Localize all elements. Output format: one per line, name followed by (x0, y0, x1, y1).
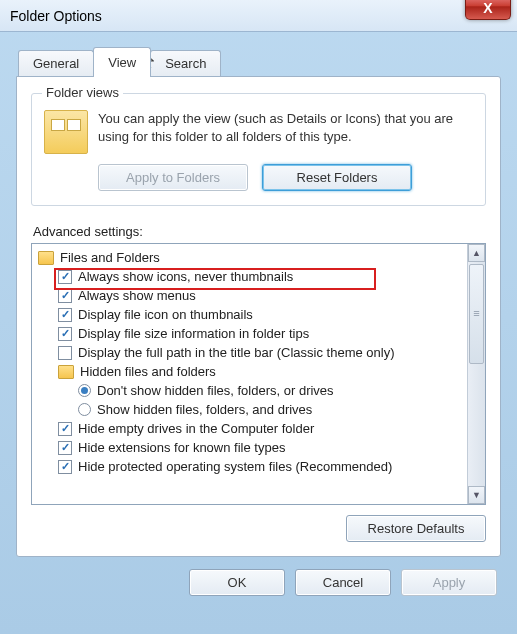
tree-label: Hidden files and folders (80, 364, 216, 379)
checkbox-icon[interactable] (58, 308, 72, 322)
tree-root-files-folders[interactable]: Files and Folders (38, 248, 465, 267)
checkbox-icon[interactable] (58, 327, 72, 341)
checkbox-icon[interactable] (58, 346, 72, 360)
folder-views-group: Folder views You can apply the view (suc… (31, 93, 486, 206)
opt-label: Don't show hidden files, folders, or dri… (97, 383, 334, 398)
advanced-settings-label: Advanced settings: (33, 224, 486, 239)
folder-views-text: You can apply the view (such as Details … (98, 110, 473, 154)
opt-label: Always show menus (78, 288, 196, 303)
opt-dont-show-hidden[interactable]: Don't show hidden files, folders, or dri… (38, 381, 465, 400)
opt-display-file-size-tips[interactable]: Display file size information in folder … (38, 324, 465, 343)
close-button[interactable]: X (465, 0, 511, 20)
window-title: Folder Options (10, 8, 102, 24)
reset-folders-button[interactable]: Reset Folders (262, 164, 412, 191)
opt-label: Display file size information in folder … (78, 326, 309, 341)
folder-icon (58, 365, 74, 379)
list-content: Files and Folders Always show icons, nev… (32, 244, 467, 504)
scrollbar[interactable] (467, 244, 485, 504)
restore-defaults-button[interactable]: Restore Defaults (346, 515, 486, 542)
checkbox-icon[interactable] (58, 289, 72, 303)
opt-label: Hide empty drives in the Computer folder (78, 421, 314, 436)
folder-views-icon (44, 110, 88, 154)
radio-icon[interactable] (78, 384, 91, 397)
opt-label: Hide protected operating system files (R… (78, 459, 392, 474)
opt-label: Display file icon on thumbnails (78, 307, 253, 322)
tab-strip: General View Search (18, 46, 517, 76)
opt-show-hidden[interactable]: Show hidden files, folders, and drives (38, 400, 465, 419)
tree-hidden-files-folders[interactable]: Hidden files and folders (38, 362, 465, 381)
opt-hide-protected-os-files[interactable]: Hide protected operating system files (R… (38, 457, 465, 476)
apply-button[interactable]: Apply (401, 569, 497, 596)
checkbox-icon[interactable] (58, 270, 72, 284)
apply-to-folders-button[interactable]: Apply to Folders (98, 164, 248, 191)
opt-label: Always show icons, never thumbnails (78, 269, 293, 284)
scroll-up-button[interactable] (468, 244, 485, 262)
advanced-settings-list[interactable]: Files and Folders Always show icons, nev… (31, 243, 486, 505)
folder-views-label: Folder views (42, 85, 123, 100)
checkbox-icon[interactable] (58, 460, 72, 474)
tab-view[interactable]: View (93, 47, 151, 77)
opt-label: Hide extensions for known file types (78, 440, 285, 455)
dialog-button-row: OK Cancel Apply (0, 557, 517, 610)
cancel-button[interactable]: Cancel (295, 569, 391, 596)
tab-search[interactable]: Search (150, 50, 221, 76)
titlebar: Folder Options X (0, 0, 517, 32)
checkbox-icon[interactable] (58, 441, 72, 455)
checkbox-icon[interactable] (58, 422, 72, 436)
scroll-thumb[interactable] (469, 264, 484, 364)
tab-page-view: Folder views You can apply the view (suc… (16, 76, 501, 557)
tab-general[interactable]: General (18, 50, 94, 76)
folder-icon (38, 251, 54, 265)
opt-display-file-icon-thumbnails[interactable]: Display file icon on thumbnails (38, 305, 465, 324)
opt-always-show-icons[interactable]: Always show icons, never thumbnails (38, 267, 465, 286)
radio-icon[interactable] (78, 403, 91, 416)
scroll-down-button[interactable] (468, 486, 485, 504)
opt-display-full-path-titlebar[interactable]: Display the full path in the title bar (… (38, 343, 465, 362)
tree-label: Files and Folders (60, 250, 160, 265)
close-icon: X (483, 0, 492, 16)
opt-always-show-menus[interactable]: Always show menus (38, 286, 465, 305)
opt-hide-extensions[interactable]: Hide extensions for known file types (38, 438, 465, 457)
opt-hide-empty-drives[interactable]: Hide empty drives in the Computer folder (38, 419, 465, 438)
ok-button[interactable]: OK (189, 569, 285, 596)
opt-label: Display the full path in the title bar (… (78, 345, 394, 360)
opt-label: Show hidden files, folders, and drives (97, 402, 312, 417)
